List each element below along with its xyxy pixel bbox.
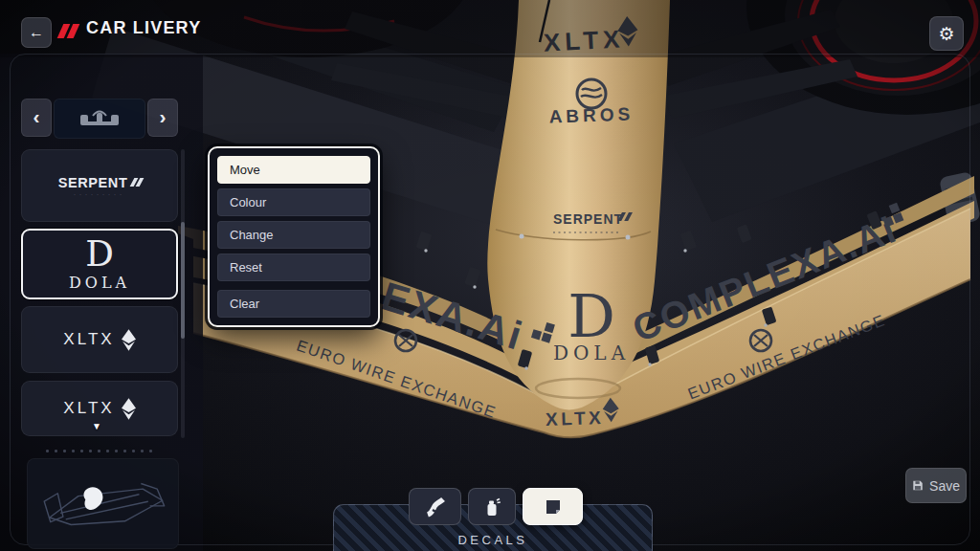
decal-item-dola-selected[interactable]: D DOLA bbox=[21, 229, 178, 299]
sidebar-scrollbar[interactable] bbox=[181, 149, 185, 438]
floppy-disk-icon bbox=[912, 478, 924, 493]
red-slashes-icon bbox=[60, 24, 77, 38]
car-front-icon bbox=[79, 107, 120, 130]
decal-sidebar: ‹ › SERPENT bbox=[21, 99, 178, 436]
decal-item-serpent[interactable]: SERPENT ········· bbox=[21, 149, 178, 222]
top-bar: ← CAR LIVERY bbox=[0, 0, 980, 54]
decals-tab-label: DECALS bbox=[457, 533, 527, 547]
scroll-down-icon[interactable]: ▼ bbox=[92, 421, 101, 431]
carousel-prev-button[interactable]: ‹ bbox=[21, 99, 52, 137]
save-button[interactable]: Save bbox=[905, 468, 967, 503]
livery-swoosh-icon bbox=[425, 496, 446, 518]
car-view-selector[interactable] bbox=[54, 99, 145, 139]
eth-diamond-icon bbox=[122, 398, 136, 420]
decal-context-menu: Move Colour Change Reset Clear bbox=[208, 146, 380, 327]
chevron-left-icon: ‹ bbox=[33, 105, 40, 128]
settings-button[interactable]: ⚙ bbox=[929, 16, 964, 51]
front-wing-wireframe bbox=[33, 467, 173, 541]
save-label: Save bbox=[929, 478, 960, 494]
menu-item-colour[interactable]: Colour bbox=[217, 188, 370, 216]
highlighted-nose-part bbox=[83, 487, 102, 510]
car-livery-screen: XLTX ABROS SERPENT D DOLA XLTX bbox=[0, 0, 980, 551]
part-preview-panel bbox=[27, 458, 179, 549]
decal-item-xltx-1[interactable]: XLTX bbox=[21, 306, 178, 373]
xltx-brand-label: XLTX bbox=[63, 330, 114, 349]
chevron-right-icon: › bbox=[160, 105, 167, 128]
dotted-divider bbox=[46, 450, 152, 452]
decal-list: SERPENT ········· D DOLA XLTX bbox=[21, 149, 178, 436]
menu-item-clear[interactable]: Clear bbox=[217, 290, 370, 318]
eth-diamond-icon bbox=[122, 329, 136, 351]
editor-mode-toolbar bbox=[409, 488, 583, 525]
decals-mode-button[interactable] bbox=[523, 488, 583, 525]
carousel-next-button[interactable]: › bbox=[147, 99, 178, 137]
view-carousel: ‹ › bbox=[21, 99, 178, 137]
menu-item-reset[interactable]: Reset bbox=[217, 253, 370, 281]
serpent-tagline: ········· bbox=[74, 191, 125, 197]
menu-item-change[interactable]: Change bbox=[217, 221, 370, 249]
spray-can-icon bbox=[481, 496, 502, 518]
back-arrow-icon: ← bbox=[29, 24, 44, 41]
serpent-brand-label: SERPENT bbox=[58, 175, 128, 190]
gear-icon: ⚙ bbox=[938, 23, 954, 45]
serpent-mark-icon bbox=[132, 178, 141, 187]
xltx-brand-label: XLTX bbox=[63, 399, 114, 418]
menu-item-move[interactable]: Move bbox=[217, 156, 370, 184]
dola-monogram: D bbox=[85, 237, 114, 272]
paint-mode-button[interactable] bbox=[468, 488, 516, 525]
page-title: CAR LIVERY bbox=[86, 18, 201, 38]
sticker-icon bbox=[543, 496, 564, 518]
scrollbar-thumb[interactable] bbox=[181, 222, 185, 339]
dola-brand-label: DOLA bbox=[69, 274, 130, 292]
back-button[interactable]: ← bbox=[21, 17, 52, 48]
livery-mode-button[interactable] bbox=[409, 488, 461, 525]
